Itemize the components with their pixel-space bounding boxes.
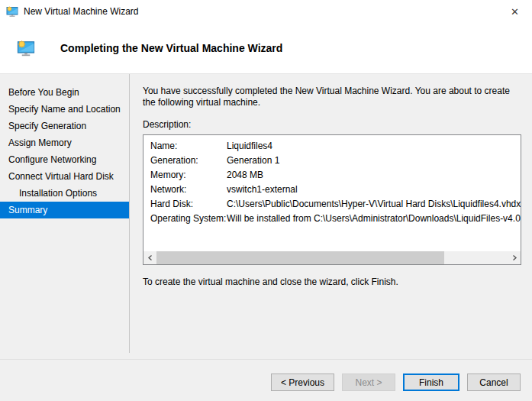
finish-button[interactable]: Finish: [403, 374, 459, 391]
window-title: New Virtual Machine Wizard: [24, 6, 139, 17]
title-bar: New Virtual Machine Wizard ✕: [0, 0, 532, 23]
vm-description-box: Name: Liquidfiles4 Generation: Generatio…: [143, 134, 521, 265]
scrollbar-thumb[interactable]: [156, 251, 444, 264]
horizontal-scrollbar[interactable]: [143, 251, 521, 264]
scroll-right-icon[interactable]: [508, 251, 521, 264]
vm-monitor-icon-large: [17, 39, 35, 57]
wizard-window: New Virtual Machine Wizard ✕ Completing …: [0, 0, 532, 401]
page-title: Completing the New Virtual Machine Wizar…: [60, 42, 282, 54]
wizard-steps-sidebar: Before You Begin Specify Name and Locati…: [0, 74, 130, 353]
button-bar: < Previous Next > Finish Cancel: [0, 359, 532, 401]
close-icon[interactable]: ✕: [498, 0, 532, 23]
sidebar-item-specify-generation[interactable]: Specify Generation: [0, 118, 129, 134]
row-value: Generation 1: [227, 154, 521, 168]
row-value: C:\Users\Public\Documents\Hyper-V\Virtua…: [227, 197, 521, 212]
row-label: Operating System:: [150, 212, 227, 226]
sidebar-item-configure-networking[interactable]: Configure Networking: [0, 151, 129, 168]
sidebar-item-before-you-begin[interactable]: Before You Begin: [0, 84, 129, 101]
summary-row-generation: Generation: Generation 1: [150, 154, 521, 168]
sidebar-item-assign-memory[interactable]: Assign Memory: [0, 134, 129, 151]
sidebar-item-installation-options[interactable]: Installation Options: [0, 185, 129, 202]
summary-row-name: Name: Liquidfiles4: [150, 139, 521, 154]
summary-row-hard-disk: Hard Disk: C:\Users\Public\Documents\Hyp…: [150, 197, 521, 212]
row-label: Network:: [150, 183, 227, 197]
intro-text: You have successfully completed the New …: [143, 86, 521, 108]
sidebar-item-summary[interactable]: Summary: [0, 202, 129, 218]
wizard-body: Before You Begin Specify Name and Locati…: [0, 74, 532, 359]
summary-page-content: You have successfully completed the New …: [130, 74, 532, 359]
row-label: Hard Disk:: [150, 197, 227, 212]
row-value: Liquidfiles4: [227, 139, 521, 154]
sidebar-item-specify-name-and-location[interactable]: Specify Name and Location: [0, 101, 129, 118]
row-label: Name:: [150, 139, 227, 154]
sidebar-item-connect-virtual-hard-disk[interactable]: Connect Virtual Hard Disk: [0, 168, 129, 185]
cancel-button[interactable]: Cancel: [467, 374, 521, 391]
row-label: Generation:: [150, 154, 227, 168]
next-button: Next >: [342, 374, 395, 391]
vm-monitor-icon: [6, 5, 18, 18]
summary-row-network: Network: vswitch1-external: [150, 183, 521, 197]
previous-button[interactable]: < Previous: [271, 374, 334, 391]
row-value: 2048 MB: [227, 168, 521, 183]
row-label: Memory:: [150, 168, 227, 183]
row-value: vswitch1-external: [227, 183, 521, 197]
scroll-left-icon[interactable]: [143, 251, 156, 264]
finish-hint-text: To create the virtual machine and close …: [143, 276, 521, 287]
summary-row-memory: Memory: 2048 MB: [150, 168, 521, 183]
summary-row-operating-system: Operating System: Will be installed from…: [150, 212, 521, 226]
row-value: Will be installed from C:\Users\Administ…: [227, 212, 521, 226]
description-label: Description:: [143, 119, 521, 130]
wizard-header: Completing the New Virtual Machine Wizar…: [0, 23, 532, 74]
vm-summary-list: Name: Liquidfiles4 Generation: Generatio…: [143, 135, 521, 226]
